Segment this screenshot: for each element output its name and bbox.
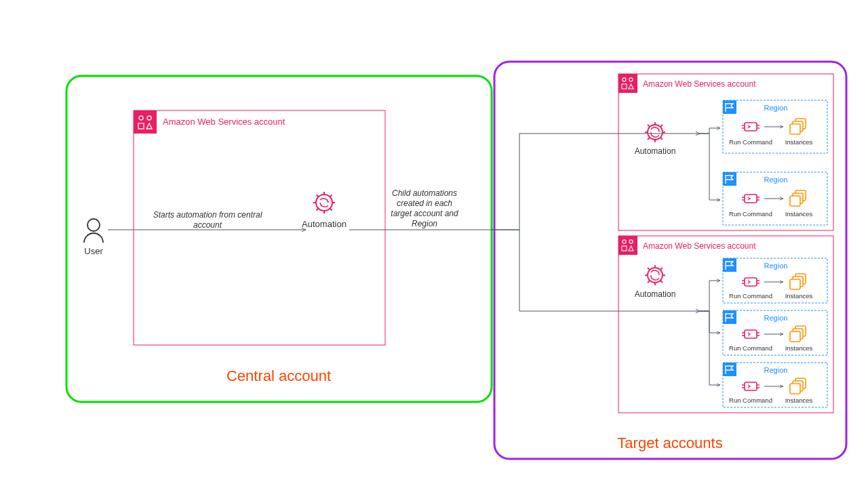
central-automation-label: Automation (302, 219, 347, 229)
svg-rect-82 (723, 363, 736, 376)
svg-text:Instances: Instances (785, 344, 813, 352)
svg-text:Region: Region (764, 366, 788, 374)
svg-rect-14 (618, 74, 637, 93)
svg-rect-79 (790, 331, 800, 342)
region-box-2-2: Region Run Command Instances (723, 310, 827, 355)
svg-rect-38 (723, 172, 736, 186)
svg-line-9 (317, 195, 319, 198)
svg-line-57 (648, 268, 650, 270)
svg-line-25 (648, 138, 650, 140)
svg-text:Region: Region (764, 176, 788, 184)
child-automation-text-1: Child automations (392, 188, 457, 198)
svg-text:Run Command: Run Command (729, 344, 772, 352)
svg-line-58 (660, 281, 663, 283)
svg-rect-69 (790, 279, 800, 289)
svg-rect-72 (723, 310, 736, 324)
svg-line-23 (648, 125, 650, 127)
svg-line-59 (648, 281, 650, 283)
svg-rect-45 (790, 196, 800, 206)
region-box-1-1: Region Run Command Instances (723, 100, 827, 153)
automation-icon-target-2 (645, 265, 665, 285)
central-aws-account-box (134, 110, 385, 345)
automation-icon-central (313, 192, 335, 214)
target-aws-account-label-1: Amazon Web Services account (643, 79, 756, 89)
user-label: User (84, 246, 103, 256)
start-automation-text-2: account (193, 220, 222, 230)
region-box-2-1: Region Run Command Instances (723, 258, 827, 303)
svg-text:Instances: Instances (785, 138, 813, 146)
svg-line-24 (660, 138, 663, 140)
instances-icon (790, 119, 806, 134)
automation-icon-target-1 (645, 122, 665, 142)
child-automation-text-3: target account and (391, 209, 458, 218)
run-command-icon (742, 123, 760, 131)
svg-rect-62 (723, 258, 736, 272)
svg-text:Run Command: Run Command (729, 210, 772, 218)
user-icon (84, 219, 103, 243)
central-account-title: Central account (226, 367, 331, 384)
svg-text:Region: Region (764, 104, 788, 112)
svg-line-10 (330, 208, 332, 211)
svg-text:Region: Region (764, 262, 788, 270)
svg-rect-35 (790, 124, 800, 134)
svg-text:Instances: Instances (785, 210, 813, 218)
svg-text:Instances: Instances (785, 292, 813, 300)
svg-line-26 (660, 125, 663, 127)
svg-point-0 (87, 219, 100, 231)
svg-line-11 (317, 208, 319, 211)
svg-rect-89 (790, 384, 800, 394)
region-box-2-3: Region Run Command Instances (723, 363, 827, 407)
svg-rect-48 (618, 236, 637, 255)
central-aws-account-badge (134, 110, 157, 134)
svg-text:Run Command: Run Command (729, 292, 772, 300)
child-automation-text-2: created in each (397, 199, 452, 208)
svg-text:Region: Region (764, 314, 788, 322)
region-box-1-2: Region Run Command Instances (723, 172, 827, 225)
svg-text:Instances: Instances (785, 396, 813, 404)
architecture-diagram: Central account User Amazon Web Services… (0, 0, 868, 488)
svg-line-60 (660, 268, 663, 270)
svg-rect-28 (723, 100, 736, 114)
target-accounts-title: Target accounts (617, 434, 722, 451)
svg-line-12 (330, 195, 332, 198)
target-account-1: Amazon Web Services account Automation R… (618, 74, 833, 230)
automation-label-target-2: Automation (635, 289, 676, 299)
automation-label-target-1: Automation (635, 146, 676, 156)
svg-text:Run Command: Run Command (729, 396, 772, 404)
svg-text:Run Command: Run Command (729, 138, 772, 146)
target-aws-account-label-2: Amazon Web Services account (643, 241, 756, 251)
central-aws-account-label: Amazon Web Services account (163, 117, 285, 127)
child-automation-text-4: Region (412, 219, 437, 228)
start-automation-text-1: Starts automation from central (153, 210, 262, 220)
target-account-2: Amazon Web Services account Automation R… (618, 236, 833, 413)
